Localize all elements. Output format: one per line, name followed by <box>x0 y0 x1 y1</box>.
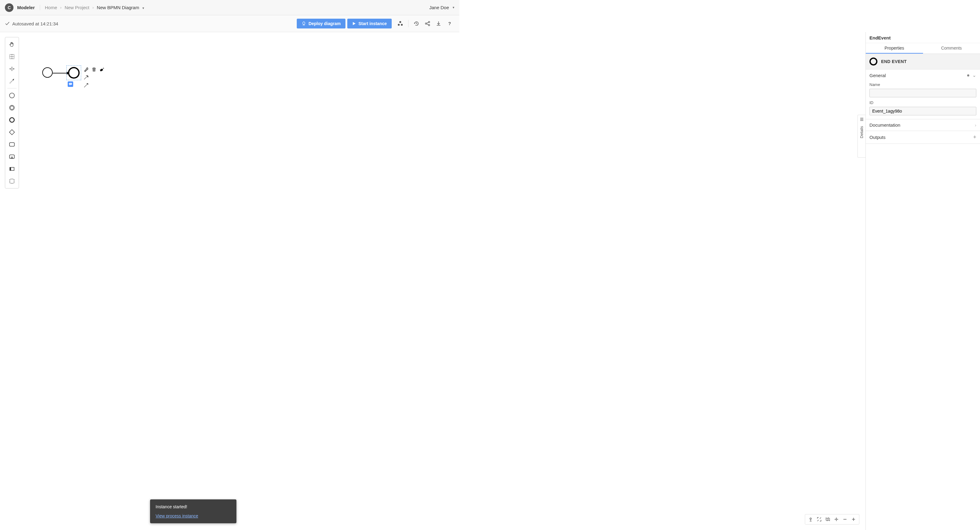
svg-point-4 <box>425 23 426 24</box>
group-tool[interactable] <box>6 175 18 187</box>
context-delete-icon[interactable] <box>90 66 98 73</box>
autosave-text: Autosaved at 14:21:34 <box>12 21 58 26</box>
app-logo: C <box>5 3 13 12</box>
svg-point-11 <box>10 118 14 122</box>
context-pad <box>83 66 106 89</box>
app-name: Modeler <box>17 5 40 10</box>
tool-palette <box>5 37 19 189</box>
subprocess-tool[interactable] <box>6 151 18 162</box>
rocket-icon <box>302 21 306 26</box>
main-area: Details Instance started! View process i… <box>0 32 460 249</box>
gateway-tool[interactable] <box>6 126 18 138</box>
play-icon <box>352 22 356 25</box>
start-label: Start instance <box>358 21 387 26</box>
start-instance-button[interactable]: Start instance <box>347 19 392 29</box>
context-connect-icon[interactable] <box>83 82 90 89</box>
svg-point-5 <box>428 24 430 26</box>
svg-point-2 <box>401 24 403 26</box>
top-bar: C Modeler Home › New Project › New BPMN … <box>0 0 460 15</box>
start-event-node[interactable] <box>42 67 52 78</box>
svg-rect-7 <box>10 54 14 59</box>
chevron-right-icon: › <box>92 5 94 10</box>
context-color-icon[interactable] <box>98 66 106 73</box>
breadcrumb: Home › New Project › New BPMN Diagram ▾ <box>45 5 144 10</box>
connect-tool[interactable] <box>6 75 18 87</box>
action-bar: Autosaved at 14:21:34 Deploy diagram Sta… <box>0 15 460 32</box>
chevron-down-icon: ▾ <box>142 6 144 10</box>
deploy-button[interactable]: Deploy diagram <box>297 19 345 29</box>
check-icon <box>5 21 10 26</box>
context-annotation-icon[interactable] <box>83 74 90 81</box>
end-event-tool[interactable] <box>6 114 18 126</box>
cluster-icon[interactable] <box>395 19 405 29</box>
breadcrumb-diagram[interactable]: New BPMN Diagram ▾ <box>97 5 144 10</box>
logo-letter: C <box>8 5 11 10</box>
context-wrench-icon[interactable] <box>83 66 90 73</box>
svg-rect-13 <box>10 143 14 146</box>
chevron-right-icon: › <box>60 5 62 10</box>
data-object-tool[interactable] <box>6 163 18 175</box>
user-name: Jane Doe <box>430 5 449 10</box>
breadcrumb-project[interactable]: New Project <box>65 5 89 10</box>
svg-point-8 <box>10 93 14 98</box>
svg-text:?: ? <box>448 21 451 26</box>
breadcrumb-home[interactable]: Home <box>45 5 57 10</box>
svg-rect-17 <box>10 167 11 170</box>
hand-tool[interactable] <box>6 38 18 50</box>
share-icon[interactable] <box>423 19 433 29</box>
start-event-tool[interactable] <box>6 90 18 101</box>
intermediate-event-tool[interactable] <box>6 102 18 114</box>
svg-rect-20 <box>100 68 103 71</box>
comment-badge-icon[interactable] <box>68 81 73 87</box>
svg-point-24 <box>71 84 72 84</box>
autosave-status: Autosaved at 14:21:34 <box>5 21 58 26</box>
space-tool[interactable] <box>6 63 18 75</box>
svg-point-3 <box>428 21 430 23</box>
history-icon[interactable] <box>412 19 422 29</box>
help-icon[interactable]: ? <box>445 19 455 29</box>
svg-point-10 <box>10 106 14 109</box>
svg-point-22 <box>70 84 70 84</box>
user-menu[interactable]: Jane Doe ▾ <box>430 5 455 10</box>
download-icon[interactable] <box>434 19 444 29</box>
lasso-tool[interactable] <box>6 51 18 62</box>
breadcrumb-diagram-label: New BPMN Diagram <box>97 5 139 10</box>
chevron-down-icon: ▾ <box>453 5 455 10</box>
deploy-label: Deploy diagram <box>309 21 340 26</box>
svg-rect-18 <box>10 179 14 183</box>
task-tool[interactable] <box>6 139 18 150</box>
svg-rect-12 <box>10 130 15 135</box>
end-event-node[interactable] <box>68 67 80 79</box>
svg-point-0 <box>399 21 401 23</box>
diagram-canvas[interactable]: Details Instance started! View process i… <box>0 32 460 249</box>
svg-point-23 <box>70 84 71 84</box>
svg-point-1 <box>398 24 400 26</box>
